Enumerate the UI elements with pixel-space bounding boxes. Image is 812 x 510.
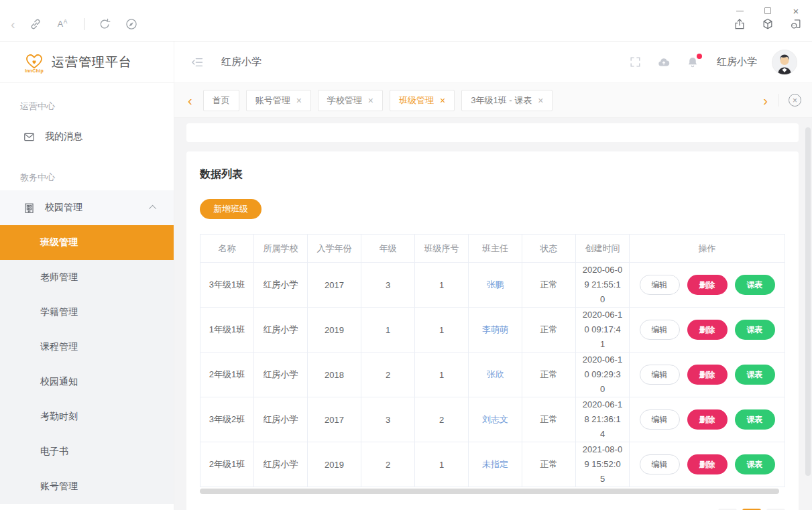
maximize-icon — [764, 7, 771, 14]
cell-name: 2年级1班 — [200, 442, 254, 487]
edit-button[interactable]: 编辑 — [640, 409, 680, 430]
tab-account-mgmt[interactable]: 账号管理× — [246, 90, 311, 111]
cell-grade: 2 — [361, 442, 415, 487]
cell-name: 3年级1班 — [200, 263, 254, 308]
sidebar-item-account-mgmt[interactable]: 账号管理 — [0, 469, 174, 504]
app-logo: InnChip 运营管理平台 — [0, 42, 174, 83]
delete-button[interactable]: 删除 — [687, 409, 728, 430]
content-area: 数据列表 新增班级 名称 所属学校 入学年份 年级 班级序号 — [174, 118, 812, 510]
close-all-tabs: × — [778, 94, 803, 107]
edit-button[interactable]: 编辑 — [640, 454, 680, 474]
minimize-button[interactable] — [730, 3, 749, 19]
cell-created: 2021-08-09 15:52:05 — [576, 442, 630, 487]
chrome-toolbar-right — [733, 17, 803, 31]
schedule-button[interactable]: 课表 — [735, 409, 775, 430]
teacher-link[interactable]: 张欣 — [487, 369, 504, 379]
tab-label: 学校管理 — [327, 94, 362, 107]
vertical-scrollbar[interactable] — [805, 127, 811, 476]
cell-grade: 3 — [361, 263, 415, 308]
logo-brand-text: InnChip — [25, 68, 44, 73]
teacher-link[interactable]: 未指定 — [482, 459, 508, 469]
schedule-button[interactable]: 课表 — [735, 365, 775, 385]
horizontal-scrollbar[interactable] — [200, 489, 779, 494]
edit-button[interactable]: 编辑 — [640, 320, 680, 340]
col-school: 所属学校 — [254, 235, 308, 263]
close-tab-icon[interactable]: × — [368, 96, 373, 105]
notifications-bell-icon[interactable] — [686, 56, 699, 69]
sidebar-item-student-mgmt[interactable]: 学籍管理 — [0, 295, 174, 330]
refresh-icon[interactable] — [98, 17, 111, 31]
schedule-button[interactable]: 课表 — [735, 275, 775, 295]
package-icon[interactable] — [761, 17, 774, 31]
cloud-upload-icon[interactable] — [656, 56, 671, 69]
cell-class-no: 1 — [415, 353, 469, 397]
teacher-link[interactable]: 刘志文 — [482, 414, 508, 424]
font-size-icon[interactable]: AA — [56, 17, 70, 31]
cell-enroll-year: 2018 — [308, 353, 361, 397]
schedule-button[interactable]: 课表 — [735, 320, 775, 340]
cell-created: 2020-06-09 21:55:10 — [576, 263, 630, 308]
close-tab-icon[interactable]: × — [296, 96, 302, 105]
sidebar-item-attendance[interactable]: 考勤时刻 — [0, 399, 174, 434]
close-tab-icon[interactable]: × — [440, 96, 445, 105]
teacher-link[interactable]: 张鹏 — [487, 279, 504, 290]
close-all-tabs-icon[interactable]: × — [789, 94, 801, 107]
sidebar-item-course-mgmt[interactable]: 课程管理 — [0, 330, 174, 365]
cell-class-no: 1 — [415, 442, 469, 487]
tab-label: 账号管理 — [255, 94, 290, 107]
current-school-label[interactable]: 红房小学 — [221, 56, 262, 68]
cell-status: 正常 — [522, 397, 576, 442]
col-class-no: 班级序号 — [415, 235, 469, 263]
compass-icon[interactable] — [125, 17, 138, 31]
tabs-scroll-left-icon[interactable]: ‹ — [184, 94, 196, 107]
cell-school: 红房小学 — [254, 442, 308, 487]
sidebar-item-class-mgmt[interactable]: 班级管理 — [0, 225, 174, 260]
sidebar-item-teacher-mgmt[interactable]: 老师管理 — [0, 260, 174, 295]
cell-created: 2020-06-18 21:36:14 — [576, 397, 630, 442]
cell-status: 正常 — [522, 353, 576, 397]
delete-button[interactable]: 删除 — [687, 275, 728, 295]
schedule-button[interactable]: 课表 — [735, 454, 775, 474]
sidebar-item-campus-notice[interactable]: 校园通知 — [0, 365, 174, 399]
edit-button[interactable]: 编辑 — [640, 275, 680, 295]
page-header: 红房小学 红房小学 — [174, 42, 812, 83]
cell-name: 1年级1班 — [200, 308, 254, 353]
tab-school-mgmt[interactable]: 学校管理× — [318, 90, 383, 111]
delete-button[interactable]: 删除 — [687, 454, 728, 474]
edit-button[interactable]: 编辑 — [640, 365, 680, 385]
avatar[interactable] — [772, 50, 797, 75]
cell-grade: 3 — [361, 397, 415, 442]
maximize-button[interactable] — [758, 3, 777, 19]
table-row: 3年级2班 红房小学 2017 3 2 刘志文 正常 2020-06-18 21… — [200, 397, 785, 442]
cell-enroll-year: 2017 — [308, 397, 361, 442]
sidebar-item-messages[interactable]: 我的消息 — [0, 119, 174, 154]
table-row: 2年级1班 红房小学 2018 2 1 张欣 正常 2020-06-10 09:… — [200, 353, 785, 397]
tab-class-schedule[interactable]: 3年级1班 - 课表× — [461, 90, 553, 111]
chevron-up-icon — [149, 205, 156, 212]
username-label[interactable]: 红房小学 — [717, 56, 757, 68]
table-row: 2年级1班 红房小学 2019 2 1 未指定 正常 2021-08-09 15… — [200, 442, 785, 487]
back-icon[interactable]: ‹ — [11, 17, 15, 31]
sidebar-item-campus[interactable]: 校园管理 — [0, 190, 174, 225]
delete-button[interactable]: 删除 — [687, 365, 728, 385]
tab-home[interactable]: 首页 — [203, 90, 239, 111]
close-tab-icon[interactable]: × — [538, 96, 543, 105]
collapse-sidebar-icon[interactable] — [190, 56, 204, 69]
table-row: 3年级1班 红房小学 2017 3 1 张鹏 正常 2020-06-09 21:… — [200, 263, 785, 308]
session-icon[interactable] — [789, 17, 803, 31]
fullscreen-icon[interactable] — [629, 56, 642, 68]
teacher-link[interactable]: 李萌萌 — [482, 324, 508, 334]
cell-school: 红房小学 — [254, 263, 308, 308]
cell-enroll-year: 2017 — [308, 263, 361, 308]
tab-class-mgmt[interactable]: 班级管理× — [390, 90, 455, 111]
cell-grade: 1 — [361, 308, 415, 353]
close-window-button[interactable]: × — [787, 3, 805, 19]
class-table: 名称 所属学校 入学年份 年级 班级序号 班主任 状态 创建时间 操作 — [200, 234, 785, 487]
delete-button[interactable]: 删除 — [687, 320, 728, 340]
tabs-scroll-right-icon[interactable]: › — [759, 94, 772, 107]
sidebar-item-ebook[interactable]: 电子书 — [0, 434, 174, 469]
sidebar-item-label: 校园管理 — [45, 202, 141, 214]
share-icon[interactable] — [733, 17, 746, 31]
link-icon[interactable] — [29, 17, 42, 31]
add-class-button[interactable]: 新增班级 — [200, 199, 262, 219]
